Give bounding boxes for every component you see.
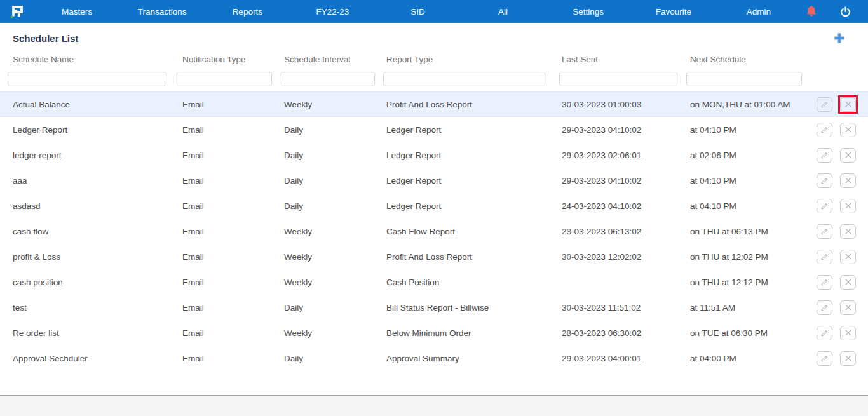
table-row[interactable]: Actual Balance Email Weekly Profit And L… [0,91,868,117]
row-actions [813,248,868,266]
delete-button[interactable] [840,199,856,213]
table-row[interactable]: Approval Sechduler Email Daily Approval … [0,346,868,371]
cell-schedule-interval: Daily [284,201,386,211]
cell-report-type: Bill Status Report - Billwise [386,303,562,312]
table-row[interactable]: Ledger Report Email Daily Ledger Report … [0,117,868,142]
delete-button-annotation-box [838,95,858,114]
add-scheduler-button[interactable] [824,31,855,45]
cell-notification-type: Email [182,354,284,363]
delete-button[interactable] [840,300,856,315]
edit-button[interactable] [817,351,832,366]
table-row[interactable]: Re order list Email Weekly Below Minimum… [0,320,868,346]
close-x-icon [844,100,852,108]
table-row[interactable]: cash position Email Weekly Cash Position… [0,269,868,295]
cell-last-sent: 30-03-2023 11:51:02 [562,303,690,312]
cell-next-schedule: at 11:51 AM [690,303,813,312]
delete-button[interactable] [840,326,856,340]
edit-button[interactable] [817,224,832,239]
table-row[interactable]: aaa Email Daily Ledger Report 29-03-2023… [0,168,868,193]
power-logout-button[interactable] [839,6,851,18]
cell-next-schedule: at 04:10 PM [690,125,813,135]
row-actions [813,349,868,368]
close-x-icon [844,177,852,184]
table-row[interactable]: test Email Daily Bill Status Report - Bi… [0,295,868,320]
filter-schedule-name-input[interactable] [8,72,166,86]
delete-button-annotation-box [838,273,858,292]
cell-schedule-name: Re order list [13,328,182,338]
filter-notification-type-input[interactable] [177,72,272,86]
cell-schedule-name: aaa [13,176,182,185]
delete-button[interactable] [840,148,856,163]
filter-report-type-input[interactable] [383,72,545,86]
delete-button[interactable] [840,275,856,290]
delete-button[interactable] [840,97,856,112]
row-actions [813,273,868,292]
edit-button[interactable] [817,300,832,315]
delete-button[interactable] [840,123,856,137]
nav-item-transactions[interactable]: Transactions [119,0,205,23]
edit-button[interactable] [817,148,832,163]
filter-next-schedule-input[interactable] [686,72,802,86]
edit-button[interactable] [817,199,832,213]
cell-last-sent: 29-03-2023 02:06:01 [562,151,690,160]
table-row[interactable]: profit & Loss Email Weekly Profit And Lo… [0,244,868,269]
nav-item-reports[interactable]: Reports [205,0,290,23]
row-actions [813,299,868,317]
filter-last-sent-input[interactable] [559,72,677,86]
delete-button[interactable] [840,351,856,366]
close-x-icon [844,202,852,210]
column-header-schedule-name: Schedule Name [13,55,182,64]
table-header-row: Schedule Name Notification Type Schedule… [0,49,868,69]
cell-next-schedule: on TUE at 06:30 PM [690,328,813,338]
column-header-report-type: Report Type [386,55,562,64]
edit-button[interactable] [817,123,832,137]
row-actions [813,95,868,114]
cell-last-sent: 30-03-2023 12:02:02 [562,252,690,262]
table-row[interactable]: asdasd Email Daily Ledger Report 24-03-2… [0,193,868,218]
delete-button[interactable] [840,250,856,264]
row-actions [813,197,868,215]
edit-button[interactable] [817,250,832,264]
edit-button[interactable] [817,326,832,340]
edit-button[interactable] [817,275,832,290]
nav-item-all[interactable]: All [461,0,546,23]
cell-next-schedule: on THU at 06:13 PM [690,227,813,236]
edit-button[interactable] [817,97,832,112]
filter-schedule-interval-input[interactable] [281,72,375,86]
nav-item-admin[interactable]: Admin [716,0,801,23]
app-logo[interactable] [0,0,34,23]
row-actions [813,171,868,190]
cell-notification-type: Email [182,227,284,236]
cell-schedule-name: Approval Sechduler [13,354,182,363]
close-x-icon [844,253,852,260]
delete-button-annotation-box [838,171,858,190]
nav-item-masters[interactable]: Masters [34,0,119,23]
top-navbar: Masters Transactions Reports FY22-23 SID… [0,0,868,23]
delete-button[interactable] [840,173,856,188]
delete-button-annotation-box [838,146,858,164]
pencil-icon [820,304,829,312]
row-actions [813,222,868,241]
footer-bar [0,395,868,416]
table-row[interactable]: cash flow Email Weekly Cash Flow Report … [0,218,868,244]
pencil-icon [820,253,829,261]
nav-item-favourite[interactable]: Favourite [631,0,716,23]
page-header: Scheduler List [0,23,868,49]
cell-schedule-interval: Weekly [284,278,386,287]
table-row[interactable]: ledger report Email Daily Ledger Report … [0,142,868,168]
nav-item-fy22-23[interactable]: FY22-23 [290,0,375,23]
power-icon [839,6,851,18]
delete-button[interactable] [840,224,856,239]
close-x-icon [844,354,852,362]
table-filter-row [0,69,868,88]
nav-item-sid[interactable]: SID [375,0,460,23]
cell-report-type: Ledger Report [386,201,562,211]
nav-menu: Masters Transactions Reports FY22-23 SID… [34,0,801,23]
app-window: Masters Transactions Reports FY22-23 SID… [0,0,868,416]
notification-bell-button[interactable] [805,4,818,18]
cell-schedule-name: cash position [13,278,182,287]
cell-notification-type: Email [182,303,284,312]
edit-button[interactable] [817,173,832,188]
cell-report-type: Approval Summary [386,354,562,363]
nav-item-settings[interactable]: Settings [546,0,631,23]
